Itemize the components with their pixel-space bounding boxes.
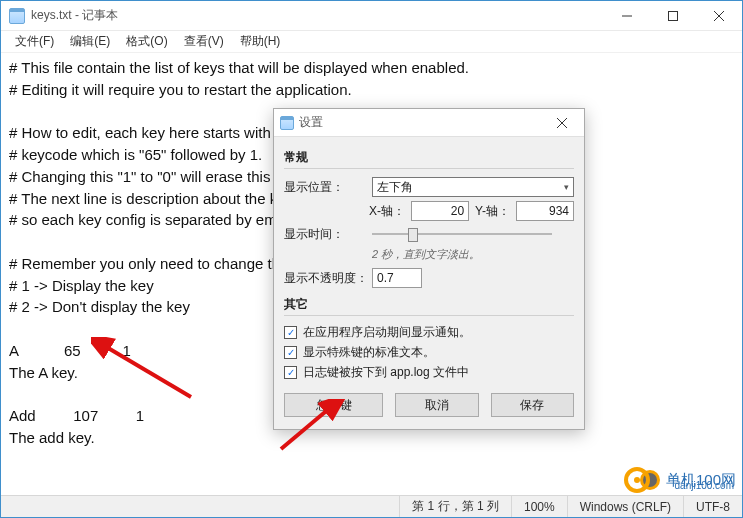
chevron-down-icon: ▾ (564, 182, 569, 192)
x-axis-field[interactable]: 20 (411, 201, 469, 221)
settings-dialog: 设置 常规 显示位置： 左下角 ▾ X-轴： 20 Y-轴： 934 显示时间： (273, 108, 585, 430)
watermark-logo-icon (624, 467, 650, 493)
display-time-slider[interactable] (372, 225, 552, 243)
dialog-icon (280, 116, 294, 130)
display-position-label: 显示位置： (284, 179, 372, 196)
window-titlebar: keys.txt - 记事本 (1, 1, 742, 31)
save-button[interactable]: 保存 (491, 393, 574, 417)
menu-file[interactable]: 文件(F) (7, 31, 62, 52)
checkbox-label: 显示特殊键的标准文本。 (303, 344, 435, 361)
y-axis-label: Y-轴： (475, 203, 510, 220)
menu-format[interactable]: 格式(O) (118, 31, 175, 52)
opacity-field[interactable]: 0.7 (372, 268, 422, 288)
checkbox-special-keys[interactable]: ✓ 显示特殊键的标准文本。 (284, 344, 574, 361)
notepad-icon (9, 8, 25, 24)
y-axis-field[interactable]: 934 (516, 201, 574, 221)
section-other-label: 其它 (284, 296, 574, 313)
dialog-close-button[interactable] (540, 109, 584, 137)
dialog-titlebar[interactable]: 设置 (274, 109, 584, 137)
statusbar: 第 1 行，第 1 列 100% Windows (CRLF) UTF-8 (1, 495, 742, 517)
status-encoding: UTF-8 (683, 496, 742, 517)
menu-view[interactable]: 查看(V) (176, 31, 232, 52)
display-position-value: 左下角 (377, 179, 413, 196)
maximize-button[interactable] (650, 1, 696, 31)
minimize-button[interactable] (604, 1, 650, 31)
status-position: 第 1 行，第 1 列 (399, 496, 511, 517)
dialog-title: 设置 (299, 114, 323, 131)
checkbox-log-keys[interactable]: ✓ 日志键被按下到 app.log 文件中 (284, 364, 574, 381)
checkbox-icon: ✓ (284, 326, 297, 339)
window-title: keys.txt - 记事本 (31, 7, 604, 24)
display-position-combo[interactable]: 左下角 ▾ (372, 177, 574, 197)
cancel-button[interactable]: 取消 (395, 393, 478, 417)
status-zoom: 100% (511, 496, 567, 517)
display-time-label: 显示时间： (284, 226, 372, 243)
checkbox-startup-notify[interactable]: ✓ 在应用程序启动期间显示通知。 (284, 324, 574, 341)
section-general-label: 常规 (284, 149, 574, 166)
close-button[interactable] (696, 1, 742, 31)
x-axis-label: X-轴： (369, 203, 405, 220)
menubar: 文件(F) 编辑(E) 格式(O) 查看(V) 帮助(H) (1, 31, 742, 53)
menu-edit[interactable]: 编辑(E) (62, 31, 118, 52)
checkbox-label: 日志键被按下到 app.log 文件中 (303, 364, 469, 381)
opacity-label: 显示不透明度： (284, 270, 372, 287)
checkbox-label: 在应用程序启动期间显示通知。 (303, 324, 471, 341)
svg-rect-1 (669, 11, 678, 20)
status-eol: Windows (CRLF) (567, 496, 683, 517)
checkbox-icon: ✓ (284, 366, 297, 379)
display-time-hint: 2 秒，直到文字淡出。 (284, 247, 574, 262)
ignore-keys-button[interactable]: 忽略键 (284, 393, 383, 417)
menu-help[interactable]: 帮助(H) (232, 31, 289, 52)
watermark-url: danji100.com (675, 480, 734, 491)
checkbox-icon: ✓ (284, 346, 297, 359)
